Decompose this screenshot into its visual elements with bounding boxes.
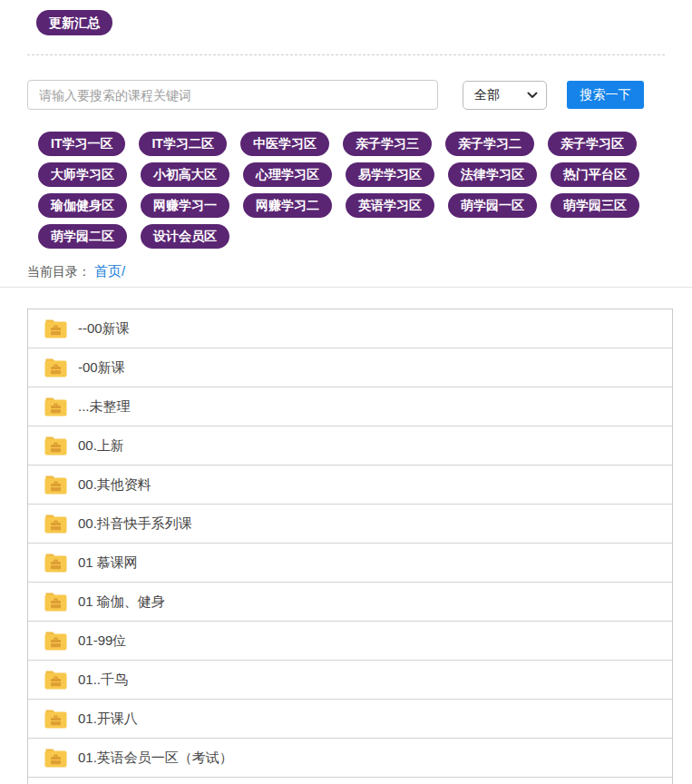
- category-pill[interactable]: 中医学习区: [240, 132, 329, 156]
- folder-icon: [44, 554, 67, 573]
- category-pill[interactable]: 萌学园三区: [551, 193, 639, 218]
- folder-name: 01.开课八: [78, 710, 138, 728]
- folder-name: 01 慕课网: [78, 554, 138, 572]
- folder-icon: [44, 475, 67, 495]
- folder-row[interactable]: 01.开课八: [28, 700, 672, 739]
- filter-selected-value: 全部: [474, 87, 500, 103]
- folder-name: ...未整理: [78, 398, 131, 416]
- folder-icon: [44, 749, 67, 768]
- search-input[interactable]: [27, 80, 438, 110]
- category-pill[interactable]: 萌学园一区: [448, 193, 537, 218]
- category-pill[interactable]: 英语学习区: [346, 193, 434, 218]
- category-pill[interactable]: 心理学习区: [243, 162, 332, 187]
- category-pill[interactable]: 易学学习区: [346, 162, 434, 187]
- folder-icon: [44, 319, 67, 338]
- folder-row[interactable]: --00新课: [28, 309, 672, 348]
- folder-row[interactable]: ...未整理: [28, 387, 672, 426]
- folder-icon: [44, 593, 67, 612]
- update-summary-button[interactable]: 更新汇总: [36, 10, 112, 35]
- folder-row[interactable]: 00.上新: [28, 426, 672, 466]
- folder-row[interactable]: 00.其他资料: [28, 466, 672, 505]
- category-pill[interactable]: 瑜伽健身区: [38, 193, 127, 218]
- folder-name: 00.抖音快手系列课: [78, 515, 192, 533]
- folder-row[interactable]: -00新课: [28, 348, 672, 387]
- folder-icon: [44, 632, 67, 651]
- category-filter-select[interactable]: 全部: [463, 81, 547, 110]
- breadcrumb: 当前目录：首页/: [27, 262, 692, 280]
- category-pill[interactable]: 大师学习区: [38, 162, 127, 187]
- folder-name: 01.英语会员一区（考试）: [78, 750, 233, 767]
- category-pill[interactable]: 亲子学习三: [343, 132, 432, 156]
- folder-row[interactable]: 01.英语会员一区（考试）: [28, 739, 672, 778]
- category-pill[interactable]: 网赚学习一: [141, 193, 229, 218]
- dashed-divider: [27, 54, 665, 55]
- folder-name: 00.其他资料: [78, 476, 151, 494]
- folder-icon: [44, 397, 67, 416]
- folder-row[interactable]: 01 慕课网: [28, 544, 672, 583]
- top-bar: 更新汇总: [0, 0, 692, 35]
- folder-name: 01..千鸟: [78, 671, 128, 689]
- folder-row[interactable]: 01..千鸟: [28, 661, 672, 700]
- folder-name: --00新课: [78, 320, 130, 338]
- breadcrumb-label: 当前目录：: [27, 264, 91, 279]
- folder-icon: [44, 514, 67, 534]
- breadcrumb-separator: /: [122, 263, 125, 279]
- category-pill[interactable]: 亲子学习区: [548, 132, 637, 156]
- folder-row[interactable]: 00.抖音快手系列课: [28, 505, 672, 544]
- category-pills: IT学习一区 IT学习二区 中医学习区 亲子学习三 亲子学习二 亲子学习区 大师…: [38, 132, 665, 249]
- folder-icon: [44, 710, 67, 729]
- category-pill[interactable]: 小初高大区: [141, 162, 229, 187]
- category-pill[interactable]: 热门平台区: [551, 162, 639, 187]
- search-section: 全部 搜索一下: [27, 80, 665, 110]
- breadcrumb-home-text: 首页: [94, 263, 122, 279]
- section-divider: [0, 287, 692, 288]
- chevron-down-icon: [527, 92, 538, 99]
- folder-icon: [44, 358, 67, 377]
- folder-name: -00新课: [78, 359, 125, 377]
- breadcrumb-home-link[interactable]: 首页/: [94, 263, 125, 279]
- folder-name: 01 瑜伽、健身: [78, 593, 165, 611]
- folder-table: --00新课 -00新课: [27, 309, 673, 784]
- folder-name: 00.上新: [78, 437, 124, 455]
- category-pill[interactable]: 亲子学习二: [445, 132, 534, 156]
- folder-icon: [44, 436, 67, 456]
- folder-row[interactable]: 01 瑜伽、健身: [28, 583, 672, 622]
- folder-row[interactable]: 01-99位: [28, 622, 672, 661]
- category-pill[interactable]: 法律学习区: [448, 162, 537, 187]
- category-pill[interactable]: IT学习二区: [139, 132, 226, 156]
- category-pill[interactable]: IT学习一区: [38, 132, 125, 156]
- folder-icon: [44, 671, 67, 690]
- category-pill[interactable]: 网赚学习二: [243, 193, 332, 218]
- folder-name: 01-99位: [78, 632, 126, 650]
- search-button[interactable]: 搜索一下: [567, 81, 644, 109]
- category-pill[interactable]: 萌学园二区: [38, 224, 127, 249]
- category-pill[interactable]: 设计会员区: [141, 224, 229, 249]
